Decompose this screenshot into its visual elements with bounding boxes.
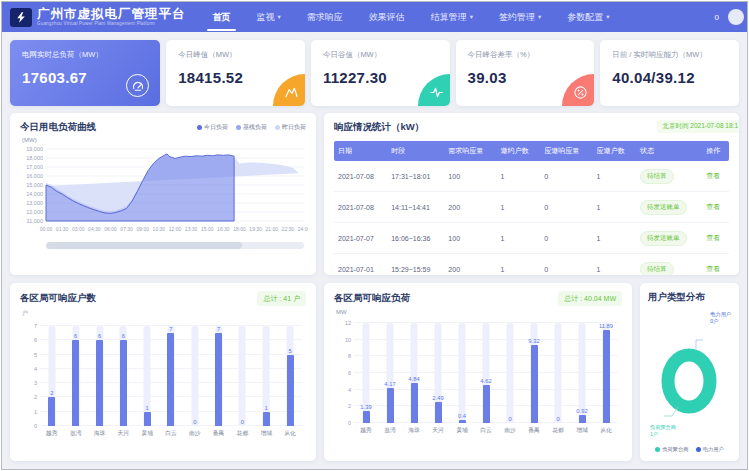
legend-item-1[interactable]: 基线负荷: [236, 123, 267, 132]
table-col-1: 时段: [387, 141, 444, 161]
bar-番禺: 9.32: [525, 323, 543, 423]
kpi-card-4[interactable]: 日前 / 实时响应能力（MW）40.04/39.12: [600, 40, 739, 106]
chevron-down-icon: ▾: [278, 13, 281, 21]
bar-黄埔: 0.4: [453, 323, 471, 423]
x-tick-label: 荔湾: [64, 429, 88, 438]
y-tick-label: 3: [21, 380, 37, 386]
y-tick-label: 5: [21, 352, 37, 358]
kpi-card-3[interactable]: 今日峰谷差率（%）39.03: [456, 40, 595, 106]
user-type-title: 用户类型分布: [648, 291, 731, 304]
datazoom-handle[interactable]: [46, 242, 242, 249]
view-link[interactable]: 查看: [706, 203, 720, 210]
bar-黄埔: 1: [138, 326, 156, 426]
legend-item-2[interactable]: 昨日负荷: [275, 123, 306, 132]
bar-番禺: 7: [210, 326, 228, 426]
x-axis-labels: 越秀荔湾海珠天河黄埔白云南沙番禺花都增城从化: [354, 426, 618, 435]
bar-rect: [435, 402, 442, 423]
kpi-card-0[interactable]: 电网实时总负荷（MW）17603.67: [10, 40, 160, 106]
donut-callout-aggregator: 负荷聚合商 1户: [650, 424, 676, 438]
bar-越秀: 1.39: [357, 323, 375, 423]
user-avatar[interactable]: [728, 9, 744, 25]
table-cell-responded: 0: [540, 223, 592, 254]
bar-plot: 7654321026661707015: [40, 326, 302, 426]
table-cell-demand: 200: [444, 254, 496, 276]
legend-dot: [655, 447, 660, 452]
logo-text: 广州市虚拟电厂管理平台 Guangzhou Virtual Power Plan…: [37, 8, 186, 27]
svg-text:16,000: 16,000: [26, 173, 43, 179]
app-subtitle: Guangzhou Virtual Power Plant Management…: [37, 21, 186, 26]
x-tick-label: 花都: [546, 426, 570, 435]
bar-value-label: 6: [98, 333, 101, 339]
donut-legend-item-1[interactable]: 电力用户: [696, 446, 724, 453]
district-users-card: 各区局可响应户数 总计 : 41 户 户 7654321026661707015…: [10, 283, 316, 461]
bar-rect: [363, 411, 370, 423]
nav-item-label: 参数配置: [567, 11, 603, 24]
table-cell-resp_users: 1: [592, 254, 636, 276]
svg-text:03:00: 03:00: [72, 226, 85, 232]
kpi-label: 今日峰值（MW）: [178, 50, 293, 60]
nav-item-label: 效果评估: [369, 11, 405, 24]
x-tick-label: 增城: [254, 429, 278, 438]
nav-item-4[interactable]: 结算管理▾: [418, 2, 486, 32]
y-tick-label: 4: [335, 387, 351, 393]
nav-item-1[interactable]: 监视▾: [244, 2, 294, 32]
bar-plot: 1210864201.394.174.842.490.44.6209.3200.…: [354, 323, 618, 423]
view-link[interactable]: 查看: [706, 172, 720, 179]
district-load-chart: 1210864201.394.174.842.490.44.6209.3200.…: [334, 323, 622, 435]
bar-value-label: 1: [146, 405, 149, 411]
x-tick-label: 白云: [159, 429, 183, 438]
bar-rect: [96, 340, 103, 426]
bar-value-label: 9.32: [528, 338, 539, 344]
app-window: 广州市虚拟电厂管理平台 Guangzhou Virtual Power Plan…: [1, 1, 748, 470]
bar-value-label: 1.39: [360, 404, 371, 410]
x-tick-label: 黄埔: [450, 426, 474, 435]
kpi-label: 日前 / 实时响应能力（MW）: [612, 50, 727, 60]
donut-legend-item-0[interactable]: 负荷聚合商: [655, 446, 688, 453]
x-tick-label: 越秀: [40, 429, 64, 438]
notification-count[interactable]: 0: [715, 13, 719, 22]
nav-item-0[interactable]: 首页: [200, 2, 244, 32]
nav-item-label: 结算管理: [431, 11, 467, 24]
svg-text:16:30: 16:30: [217, 226, 230, 232]
bar-rect: [144, 412, 151, 426]
y-tick-label: 6: [335, 370, 351, 376]
table-cell-demand: 100: [444, 161, 496, 192]
x-tick-label: 越秀: [354, 426, 378, 435]
nav-item-6[interactable]: 参数配置▾: [554, 2, 622, 32]
legend-label: 电力用户: [703, 446, 724, 453]
kpi-label: 今日峰谷差率（%）: [468, 50, 583, 60]
district-users-unit: 户: [22, 309, 306, 318]
kpi-card-2[interactable]: 今日谷值（MW）11227.30: [311, 40, 450, 106]
bar-rect: [483, 385, 490, 424]
bar-rect: [215, 333, 222, 426]
bar-rect: [48, 397, 55, 426]
legend-item-0[interactable]: 今日负荷: [197, 123, 228, 132]
svg-text:24:00: 24:00: [298, 226, 308, 232]
bar-南沙: 0: [501, 323, 519, 423]
beijing-time-note: 北京时间 2021-07-08 18:1: [657, 120, 739, 133]
nav-item-5[interactable]: 签约管理▾: [486, 2, 554, 32]
kpi-card-1[interactable]: 今日峰值（MW）18415.52: [166, 40, 305, 106]
svg-text:11,000: 11,000: [27, 218, 43, 224]
bar-rect: [120, 340, 127, 426]
table-row: 2021-07-0716:06~16:36100101待发送账单查看: [334, 223, 729, 254]
bar-value-label: 1: [265, 405, 268, 411]
nav-item-3[interactable]: 效果评估: [356, 2, 418, 32]
x-tick-label: 海珠: [88, 429, 112, 438]
bar-白云: 4.62: [477, 323, 495, 423]
table-col-4: 应邀响应量: [540, 141, 592, 161]
app-title: 广州市虚拟电厂管理平台: [37, 8, 186, 22]
datazoom-slider[interactable]: [46, 242, 304, 249]
view-link[interactable]: 查看: [706, 234, 720, 241]
chevron-down-icon: ▾: [538, 13, 541, 21]
view-link[interactable]: 查看: [706, 265, 720, 272]
donut-callout-power-users: 电力用户 0户: [710, 311, 731, 325]
table-col-0: 日期: [334, 141, 387, 161]
table-cell-invited: 1: [497, 192, 541, 223]
nav-item-2[interactable]: 需求响应: [294, 2, 356, 32]
bar-南沙: 0: [186, 326, 204, 426]
svg-text:19:30: 19:30: [249, 226, 262, 232]
y-tick-label: 0: [21, 423, 37, 429]
table-cell-period: 14:11~14:41: [387, 192, 444, 223]
x-tick-label: 黄埔: [135, 429, 159, 438]
